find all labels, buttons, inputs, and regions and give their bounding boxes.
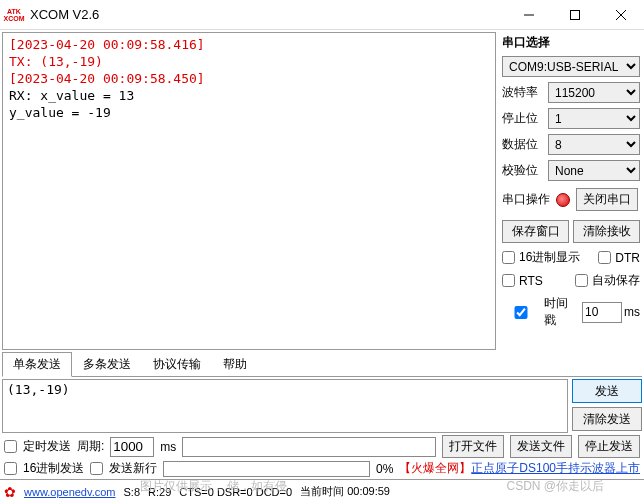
file-path-input[interactable] <box>182 437 436 457</box>
watermark-csdn: CSDN @你走以后 <box>506 478 604 495</box>
autosave-label: 自动保存 <box>592 272 640 289</box>
data-label: 数据位 <box>502 136 544 153</box>
stop-send-button[interactable]: 停止发送 <box>578 435 640 458</box>
hex-display-checkbox[interactable] <box>502 251 515 264</box>
maximize-button[interactable] <box>552 0 598 30</box>
send-newline-checkbox[interactable] <box>90 462 103 475</box>
timestamp-input[interactable] <box>582 302 622 323</box>
tab-0[interactable]: 单条发送 <box>2 352 72 377</box>
terminal-line: [2023-04-20 00:09:58.450] <box>9 71 489 88</box>
timed-send-label: 定时发送 <box>23 438 71 455</box>
baud-select[interactable]: 115200 <box>548 82 640 103</box>
open-close-port-button[interactable]: 关闭串口 <box>576 188 638 211</box>
terminal-output[interactable]: [2023-04-20 00:09:58.416]TX: (13,-19)[20… <box>2 32 496 350</box>
tab-2[interactable]: 协议传输 <box>142 352 212 377</box>
timestamp-checkbox[interactable] <box>502 306 540 319</box>
clear-send-button[interactable]: 清除发送 <box>572 407 642 431</box>
port-select[interactable]: COM9:USB-SERIAL CH340 <box>502 56 640 77</box>
minimize-button[interactable] <box>506 0 552 30</box>
rts-checkbox[interactable] <box>502 274 515 287</box>
tab-1[interactable]: 多条发送 <box>72 352 142 377</box>
parity-label: 校验位 <box>502 162 544 179</box>
progress-bar <box>163 461 370 477</box>
hex-display-label: 16进制显示 <box>519 249 580 266</box>
autosave-checkbox[interactable] <box>575 274 588 287</box>
period-ms-label: ms <box>160 440 176 454</box>
send-textarea[interactable] <box>2 379 568 433</box>
window-title: XCOM V2.6 <box>30 7 99 22</box>
timestamp-label: 时间戳 <box>544 295 578 329</box>
terminal-line: TX: (13,-19) <box>9 54 489 71</box>
rts-label: RTS <box>519 274 543 288</box>
terminal-line: y_value = -19 <box>9 105 489 122</box>
serial-section-title: 串口选择 <box>502 34 640 51</box>
ms-label: ms <box>624 305 640 319</box>
current-time: 00:09:59 <box>347 485 390 497</box>
url-link[interactable]: www.openedv.com <box>24 486 116 498</box>
parity-select[interactable]: None <box>548 160 640 181</box>
open-file-button[interactable]: 打开文件 <box>442 435 504 458</box>
baud-label: 波特率 <box>502 84 544 101</box>
stop-label: 停止位 <box>502 110 544 127</box>
progress-percent: 0% <box>376 462 393 476</box>
period-input[interactable] <box>110 437 154 457</box>
app-logo: ATK XCOM <box>4 5 24 25</box>
timed-send-checkbox[interactable] <box>4 440 17 453</box>
period-label: 周期: <box>77 438 104 455</box>
watermark: 图片仅供展示， 储，如有侵 <box>140 478 287 495</box>
terminal-line: [2023-04-20 00:09:58.416] <box>9 37 489 54</box>
send-newline-label: 发送新行 <box>109 460 157 477</box>
gear-icon: ✿ <box>4 484 16 500</box>
stop-select[interactable]: 1 <box>548 108 640 129</box>
send-file-button[interactable]: 发送文件 <box>510 435 572 458</box>
clear-rx-button[interactable]: 清除接收 <box>573 220 640 243</box>
svg-rect-1 <box>571 10 580 19</box>
hot-link[interactable]: 正点原子DS100手持示波器上市 <box>471 461 640 475</box>
op-label: 串口操作 <box>502 191 550 208</box>
save-window-button[interactable]: 保存窗口 <box>502 220 569 243</box>
close-button[interactable] <box>598 0 644 30</box>
send-button[interactable]: 发送 <box>572 379 642 403</box>
dtr-checkbox[interactable] <box>598 251 611 264</box>
hex-send-label: 16进制发送 <box>23 460 84 477</box>
dtr-label: DTR <box>615 251 640 265</box>
tab-3[interactable]: 帮助 <box>212 352 258 377</box>
hex-send-checkbox[interactable] <box>4 462 17 475</box>
data-select[interactable]: 8 <box>548 134 640 155</box>
time-label: 当前时间 <box>300 485 344 497</box>
terminal-line: RX: x_value = 13 <box>9 88 489 105</box>
hot-prefix: 【火爆全网】 <box>399 461 471 475</box>
tx-count: S:8 <box>124 486 141 498</box>
status-led-icon <box>556 193 570 207</box>
send-tabs: 单条发送多条发送协议传输帮助 <box>2 352 642 377</box>
